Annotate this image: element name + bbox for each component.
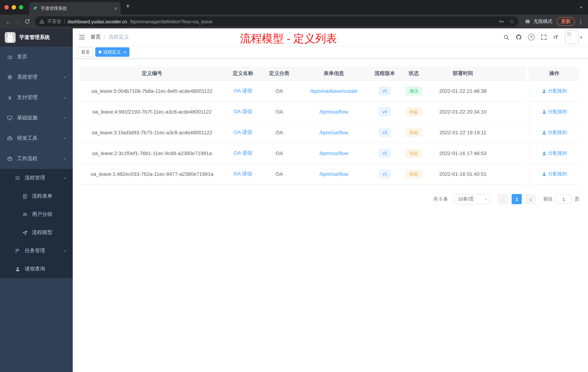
tab-search-caret-icon[interactable]: ▾ [580, 5, 582, 10]
assign-rule-link[interactable]: 分配规则 [542, 150, 567, 156]
cell-actions: 分配规则 [529, 101, 579, 122]
form-info-link[interactable]: /bpm/oa/flow [319, 150, 348, 156]
sidebar-item-process-form[interactable]: 流程表单 [0, 187, 73, 205]
favicon-leaf-icon [33, 6, 38, 11]
sidebar-item-system[interactable]: 系统管理 [0, 67, 73, 87]
page-number-button[interactable]: 1 [512, 194, 522, 204]
tag-process-definition[interactable]: 流程定义 × [95, 47, 129, 57]
breadcrumb: 首页 / 流程定义 [91, 34, 129, 40]
cell-status: 挂起 [399, 164, 428, 185]
person-icon [542, 130, 546, 135]
table-gutter [526, 122, 529, 143]
table-row: oa_leave:5:004b710b-7b8a-11ec-8ef0-acde4… [79, 81, 579, 101]
table-gutter [526, 143, 529, 164]
font-size-icon[interactable]: TT [553, 34, 558, 40]
form-info-link[interactable]: /bpm/oa/leave/create [310, 88, 358, 94]
cell-status: 激活 [399, 81, 428, 101]
table-gutter [526, 164, 529, 185]
close-window-button[interactable] [4, 5, 9, 10]
chevron-down-icon [63, 96, 67, 99]
definition-name-link[interactable]: OA 请假 [234, 129, 252, 136]
paper-plane-icon [22, 230, 28, 236]
cell-spacer [497, 81, 526, 101]
browser-menu-icon[interactable]: ⋮ [578, 18, 584, 25]
help-icon[interactable]: ? [528, 34, 535, 40]
browser-tab[interactable]: 芋道管理系统 × [29, 2, 121, 15]
github-icon[interactable] [516, 34, 522, 40]
browser-update-button[interactable]: 更新 [557, 17, 575, 26]
version-tag: v3 [379, 128, 390, 137]
form-document-icon [22, 193, 28, 199]
sidebar-item-dev-tools[interactable]: 研发工具 [0, 128, 73, 149]
gear-icon [7, 74, 13, 80]
version-tag: v1 [379, 170, 390, 178]
status-tag: 挂起 [406, 107, 422, 116]
not-secure-warning-icon [39, 19, 44, 24]
sidebar-item-task-management[interactable]: 任务管理 [0, 242, 73, 260]
back-button[interactable]: ← [4, 18, 13, 25]
url-separator [64, 19, 65, 24]
definition-name-link[interactable]: OA 请假 [234, 150, 252, 156]
goto-page-input[interactable] [556, 194, 572, 204]
avatar[interactable] [566, 31, 578, 44]
cell-definition-category: OA [261, 143, 297, 164]
cell-spacer [497, 143, 526, 164]
sidebar-item-infrastructure[interactable]: 基础设施 [0, 108, 73, 128]
cell-form-info: /bpm/oa/flow [297, 122, 370, 143]
fullscreen-icon[interactable] [541, 34, 547, 40]
incognito-label: 无痕模式 [534, 18, 552, 25]
sidebar-item-process-management[interactable]: 流程管理 [0, 169, 73, 187]
form-info-link[interactable]: /bpm/oa/flow [319, 171, 348, 177]
new-tab-button[interactable]: + [126, 2, 130, 10]
assign-rule-link[interactable]: 分配规则 [542, 129, 567, 136]
incognito-icon [524, 18, 531, 25]
next-page-button[interactable]: › [525, 194, 536, 204]
app-title: 芋道管理系统 [19, 34, 50, 41]
assign-rule-label: 分配规则 [548, 129, 567, 136]
briefcase-icon [7, 156, 13, 162]
tab-close-icon[interactable]: × [114, 6, 117, 11]
page-size-select[interactable]: 10条/页 ▾ [454, 194, 490, 204]
sidebar-item-workflow[interactable]: 工作流程 [0, 149, 73, 169]
prev-page-button[interactable]: ‹ [498, 194, 508, 204]
assign-rule-link[interactable]: 分配规则 [542, 109, 567, 115]
assign-rule-link[interactable]: 分配规则 [542, 88, 567, 94]
form-info-link[interactable]: /bpm/oa/flow [319, 109, 348, 115]
address-bar[interactable]: 不安全 dashboard.yudao.iocoder.cn /bpm/mana… [35, 16, 519, 27]
table-gutter [526, 66, 529, 81]
column-header: 操作 [529, 66, 579, 81]
bookmark-star-icon[interactable]: ☆ [509, 18, 514, 25]
cell-definition-id: oa_leave:4:991f2193-7b7f-11ec-a3c8-acde4… [79, 101, 225, 122]
table-gutter [526, 101, 529, 122]
breadcrumb-home[interactable]: 首页 [91, 34, 101, 40]
definition-name-link[interactable]: OA 请假 [234, 109, 252, 115]
sidebar-item-leave-query[interactable]: 请假查询 [0, 260, 73, 278]
definition-name-link[interactable]: OA 请假 [234, 88, 252, 94]
forward-button[interactable]: → [13, 18, 22, 25]
password-key-icon[interactable] [498, 19, 504, 24]
user-menu[interactable]: ▾ [566, 31, 582, 44]
caret-down-icon: ▾ [580, 35, 582, 39]
sidebar-item-home[interactable]: 首页 [0, 47, 73, 67]
browser-tab-strip: 芋道管理系统 × + ▾ [0, 0, 588, 15]
minimize-window-button[interactable] [12, 5, 16, 10]
sidebar-item-user-group[interactable]: 用户分组 [0, 205, 73, 223]
sidebar-toggle-icon[interactable] [79, 34, 85, 40]
cell-definition-category: OA [261, 122, 297, 143]
search-icon[interactable] [504, 34, 510, 40]
sidebar-item-process-model[interactable]: 流程模型 [0, 223, 73, 242]
definition-name-link[interactable]: OA 请假 [234, 171, 252, 177]
maximize-window-button[interactable] [19, 5, 23, 10]
sidebar-item-payment[interactable]: ¥ 支付管理 [0, 87, 73, 108]
tab-title: 芋道管理系统 [41, 5, 111, 11]
cell-status: 挂起 [399, 143, 428, 164]
person-icon [542, 89, 546, 93]
sidebar-item-label: 流程模型 [32, 229, 52, 236]
cell-status: 挂起 [399, 101, 428, 122]
tag-home[interactable]: 首页 [78, 47, 93, 57]
assign-rule-link[interactable]: 分配规则 [542, 171, 567, 177]
sidebar-logo[interactable]: 芋道管理系统 [0, 28, 73, 47]
reload-button[interactable] [22, 19, 32, 24]
tag-close-icon[interactable]: × [123, 50, 126, 55]
form-info-link[interactable]: /bpm/oa/flow [319, 130, 348, 135]
